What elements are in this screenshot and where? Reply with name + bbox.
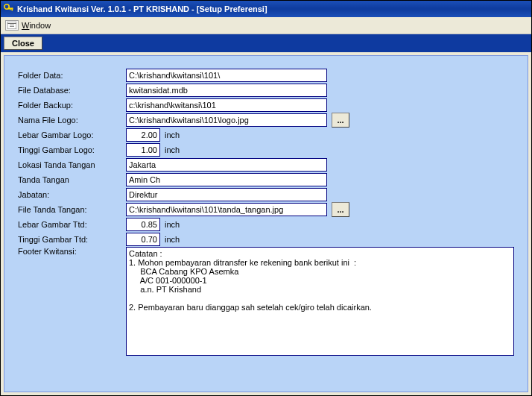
input-file-database[interactable] <box>126 84 327 97</box>
label-tinggi-gambar-ttd: Tinggi Gambar Ttd: <box>18 235 126 244</box>
input-lokasi-tanda-tangan[interactable] <box>126 158 327 172</box>
label-folder-backup: Folder Backup: <box>18 101 126 110</box>
label-file-database: File Database: <box>18 86 126 95</box>
svg-rect-2 <box>12 8 13 11</box>
toolbar: Close <box>1 34 531 52</box>
label-tanda-tangan: Tanda Tangan <box>18 175 126 184</box>
input-tinggi-gambar-logo[interactable] <box>126 143 160 157</box>
label-nama-file-logo: Nama File Logo: <box>18 116 126 125</box>
browse-logo-button[interactable]: ... <box>332 113 349 128</box>
unit-lebar-gambar-ttd: inch <box>165 220 180 229</box>
form-panel: Folder Data: File Database: Folder Backu… <box>4 55 528 392</box>
browse-ttd-button[interactable]: ... <box>332 202 349 217</box>
menubar: Window <box>1 17 531 34</box>
unit-tinggi-gambar-logo: inch <box>165 145 180 154</box>
titlebar: Krishand Kwitansi Ver. 1.0.1 - PT KRISHA… <box>1 1 531 17</box>
unit-tinggi-gambar-ttd: inch <box>165 235 180 244</box>
close-button[interactable]: Close <box>4 37 42 50</box>
unit-lebar-gambar-logo: inch <box>165 131 180 139</box>
label-footer-kwitansi: Footer Kwitansi: <box>18 247 126 256</box>
input-tinggi-gambar-ttd[interactable] <box>126 233 160 246</box>
app-window: Krishand Kwitansi Ver. 1.0.1 - PT KRISHA… <box>0 0 532 396</box>
label-jabatan: Jabatan: <box>18 190 126 199</box>
input-folder-data[interactable] <box>126 69 327 82</box>
label-file-tanda-tangan: File Tanda Tangan: <box>18 205 126 214</box>
input-file-tanda-tangan[interactable] <box>126 203 327 216</box>
label-tinggi-gambar-logo: Tinggi Gambar Logo: <box>18 145 126 154</box>
input-folder-backup[interactable] <box>126 98 327 112</box>
input-nama-file-logo[interactable] <box>126 113 327 127</box>
input-jabatan[interactable] <box>126 188 327 201</box>
input-tanda-tangan[interactable] <box>126 173 327 186</box>
mdi-window-icon <box>5 20 19 31</box>
textarea-footer-kwitansi[interactable] <box>126 247 514 356</box>
svg-rect-3 <box>10 8 10 10</box>
input-lebar-gambar-logo[interactable] <box>126 128 160 142</box>
label-lokasi-tanda-tangan: Lokasi Tanda Tangan <box>18 160 126 169</box>
title-text: Krishand Kwitansi Ver. 1.0.1 - PT KRISHA… <box>17 4 267 13</box>
app-icon <box>4 4 14 14</box>
label-lebar-gambar-ttd: Lebar Gambar Ttd: <box>18 220 126 229</box>
svg-rect-4 <box>7 22 16 29</box>
label-folder-data: Folder Data: <box>18 71 126 80</box>
label-lebar-gambar-logo: Lebar Gambar Logo: <box>18 131 126 139</box>
menu-window[interactable]: Window <box>22 21 51 30</box>
input-lebar-gambar-ttd[interactable] <box>126 218 160 231</box>
